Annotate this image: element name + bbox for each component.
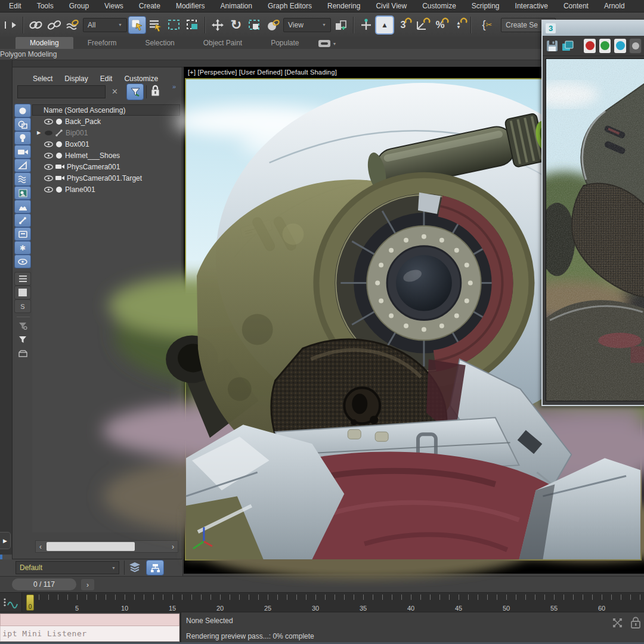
- menu-modifiers[interactable]: Modifiers: [168, 2, 213, 10]
- explorer-menu-edit[interactable]: Edit: [94, 75, 119, 83]
- display-xrefs-button[interactable]: [15, 200, 30, 213]
- select-and-scale-button[interactable]: [246, 17, 263, 33]
- ribbon-config-button[interactable]: ▼: [318, 40, 337, 47]
- object-row-plane001[interactable]: Plane001: [32, 184, 180, 195]
- edit-named-selection-sets-button[interactable]: { ✂: [475, 17, 499, 33]
- expand-arrow-icon[interactable]: ▶: [36, 130, 42, 135]
- snaps-toggle-button[interactable]: 3: [395, 17, 411, 33]
- search-clear-button[interactable]: ✕: [112, 87, 118, 96]
- polygon-modeling-panel-label[interactable]: Polygon Modeling: [0, 50, 57, 58]
- menu-interactive[interactable]: Interactive: [507, 2, 556, 10]
- visibility-eye-icon[interactable]: [44, 187, 53, 193]
- menu-graph-editors[interactable]: Graph Editors: [260, 2, 320, 10]
- rectangular-selection-region-button[interactable]: [166, 17, 182, 33]
- reference-coordinate-dropdown[interactable]: View ▼: [283, 18, 331, 32]
- display-lights-button[interactable]: [15, 132, 30, 144]
- blank-swatch-button[interactable]: [15, 286, 30, 299]
- tab-freeform[interactable]: Freeform: [73, 37, 131, 49]
- menu-animation[interactable]: Animation: [213, 2, 260, 10]
- frame-counter[interactable]: 0 / 117: [12, 578, 76, 590]
- display-cameras-button[interactable]: [15, 145, 30, 158]
- display-containers-button[interactable]: [15, 228, 30, 240]
- red-channel-button[interactable]: [584, 39, 596, 53]
- open-mini-curve-editor-button[interactable]: [3, 597, 18, 610]
- display-bones-button[interactable]: [15, 214, 30, 227]
- object-row-physcamera001-target[interactable]: PhysCamera001.Target: [32, 172, 180, 184]
- clone-window-icon[interactable]: [562, 41, 575, 51]
- timeline-ruler[interactable]: 5 10 15 20 25 30 35 40 45 50 55 60 0: [21, 593, 644, 612]
- percent-snap-toggle-button[interactable]: %: [432, 17, 448, 33]
- redo-button[interactable]: [2, 17, 19, 33]
- menu-edit[interactable]: Edit: [1, 2, 29, 10]
- manage-layers-button[interactable]: [129, 562, 141, 575]
- keyboard-override-toggle-button[interactable]: ▲: [376, 17, 393, 33]
- explorer-menu-select[interactable]: Select: [27, 75, 58, 83]
- menu-group[interactable]: Group: [61, 2, 97, 10]
- visibility-off-icon[interactable]: [44, 130, 53, 136]
- viewport-label[interactable]: [+] [Perspective] [User Defined] [Defaul…: [188, 69, 337, 76]
- select-and-move-button[interactable]: [209, 17, 226, 33]
- menu-scripting[interactable]: Scripting: [464, 2, 507, 10]
- container-collect-button[interactable]: [15, 347, 30, 360]
- maxscript-mini-listener[interactable]: ipt Mini Listener: [0, 614, 179, 642]
- tab-populate[interactable]: Populate: [256, 37, 313, 49]
- scroll-right-arrow[interactable]: ›: [168, 543, 178, 551]
- select-and-manipulate-button[interactable]: [358, 17, 374, 33]
- blue-channel-button[interactable]: [614, 39, 626, 53]
- isolate-selection-button[interactable]: [612, 617, 623, 631]
- lock-explorer-button[interactable]: [151, 85, 160, 99]
- visibility-eye-icon[interactable]: [44, 153, 53, 159]
- scene-explorer-toggle-button[interactable]: [147, 561, 163, 575]
- visibility-eye-icon[interactable]: [44, 175, 53, 181]
- green-channel-button[interactable]: [599, 39, 611, 53]
- search-filter-button[interactable]: [127, 84, 143, 100]
- render-window-titlebar[interactable]: 3: [543, 21, 644, 36]
- window-crossing-toggle-button[interactable]: [184, 17, 201, 33]
- list-view-button[interactable]: [15, 273, 30, 285]
- panel-expand-button[interactable]: ▶: [0, 532, 11, 549]
- object-row-back-pack[interactable]: Back_Pack: [32, 116, 180, 127]
- select-object-button[interactable]: [129, 17, 145, 33]
- rendered-frame-window[interactable]: 3: [541, 20, 644, 406]
- display-frozen-button[interactable]: ✱: [15, 242, 30, 254]
- tab-object-paint[interactable]: Object Paint: [189, 37, 256, 49]
- scroll-left-arrow[interactable]: ‹: [36, 543, 45, 551]
- listener-macro-row[interactable]: [0, 614, 179, 626]
- menu-arnold[interactable]: Arnold: [596, 2, 633, 10]
- object-row-helmet-shoes[interactable]: Helmet___Shoes: [32, 150, 180, 161]
- bind-to-spacewarp-button[interactable]: [64, 17, 81, 33]
- active-layer-dropdown[interactable]: Default ▼: [16, 561, 119, 574]
- menu-tools[interactable]: Tools: [29, 2, 61, 10]
- object-row-bip001[interactable]: ▶ Bip001: [32, 127, 180, 138]
- menu-rendering[interactable]: Rendering: [320, 2, 368, 10]
- toolbar-overflow-chevron[interactable]: »: [172, 83, 176, 90]
- selection-filter-dropdown[interactable]: All ▼: [83, 18, 127, 32]
- display-shapes-button[interactable]: [15, 118, 30, 131]
- object-row-physcamera001[interactable]: PhysCamera001: [32, 161, 180, 172]
- alpha-channel-button[interactable]: [630, 39, 642, 53]
- explorer-column-header[interactable]: Name (Sorted Ascending): [32, 104, 180, 116]
- use-pivot-center-button[interactable]: [333, 17, 349, 33]
- angle-snap-toggle-button[interactable]: [413, 17, 430, 33]
- tab-selection[interactable]: Selection: [131, 37, 188, 49]
- visibility-eye-icon[interactable]: [44, 141, 53, 147]
- explorer-horizontal-scrollbar[interactable]: ‹ ›: [35, 540, 178, 553]
- visibility-eye-icon[interactable]: [44, 164, 53, 170]
- display-spacewarps-button[interactable]: [15, 173, 30, 185]
- filter-settings-button[interactable]: [15, 320, 30, 332]
- menu-content[interactable]: Content: [556, 2, 596, 10]
- select-and-place-button[interactable]: [265, 17, 281, 33]
- selection-lock-toggle[interactable]: [631, 617, 640, 631]
- menu-views[interactable]: Views: [97, 2, 131, 10]
- explorer-menu-customize[interactable]: Customize: [118, 75, 164, 83]
- spinner-snap-toggle-button[interactable]: ▲ ▼: [450, 17, 467, 33]
- tab-modeling[interactable]: Modeling: [16, 37, 73, 49]
- explorer-menu-display[interactable]: Display: [58, 75, 94, 83]
- display-helpers-button[interactable]: [15, 159, 30, 172]
- visibility-eye-icon[interactable]: [44, 119, 53, 125]
- settings-button[interactable]: S: [15, 300, 30, 312]
- display-groups-button[interactable]: [15, 187, 30, 199]
- time-slider-thumb[interactable]: 0: [26, 595, 34, 611]
- select-by-name-button[interactable]: [147, 17, 164, 33]
- menu-create[interactable]: Create: [131, 2, 168, 10]
